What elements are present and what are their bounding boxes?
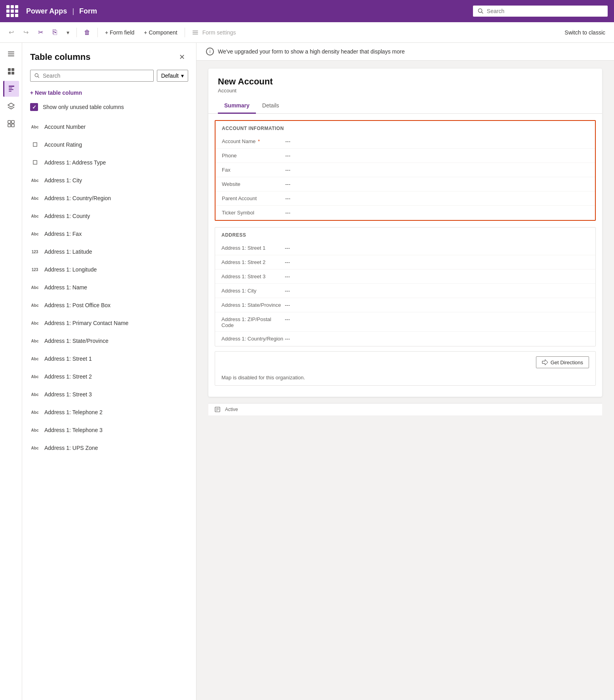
field-label: Address 1: Street 3 xyxy=(221,273,285,279)
svg-line-1 xyxy=(482,12,483,13)
address-header: ADDRESS xyxy=(215,228,595,241)
sidebar-form-button[interactable] xyxy=(3,81,19,97)
tab-details[interactable]: Details xyxy=(256,98,286,114)
field-label: Fax xyxy=(222,166,285,173)
sidebar-layers-button[interactable] xyxy=(3,98,19,114)
add-component-button[interactable]: + Component xyxy=(140,27,181,38)
column-name: Address 1: City xyxy=(44,177,82,184)
table-row: Address 1: Country/Region --- xyxy=(215,332,595,346)
column-name: Address 1: Country/Region xyxy=(44,195,111,201)
panel-search-input[interactable] xyxy=(43,73,149,79)
list-item[interactable]: Abc Address 1: UPS Zone xyxy=(22,439,196,457)
undo-icon: ↩ xyxy=(9,29,14,36)
get-directions-button[interactable]: Get Directions xyxy=(536,356,589,368)
expand-icon xyxy=(215,407,220,412)
svg-rect-10 xyxy=(8,72,11,75)
column-name: Address 1: County xyxy=(44,213,90,219)
list-item[interactable]: Abc Address 1: Telephone 2 xyxy=(22,404,196,421)
global-search-box[interactable] xyxy=(473,6,608,17)
panel-search-box[interactable] xyxy=(30,70,154,82)
separator-3 xyxy=(185,28,185,37)
svg-rect-19 xyxy=(11,124,14,127)
svg-rect-11 xyxy=(11,72,14,75)
form-inner: ACCOUNT INFORMATION Account Name * --- P… xyxy=(208,120,602,397)
waffle-icon[interactable] xyxy=(6,5,18,17)
sidebar-menu-button[interactable] xyxy=(3,46,19,62)
dashboard-icon xyxy=(7,67,15,75)
list-item[interactable]: Abc Address 1: Name xyxy=(22,279,196,296)
list-item[interactable]: Abc Address 1: County xyxy=(22,207,196,225)
list-item[interactable]: Abc Address 1: State/Province xyxy=(22,332,196,350)
table-row: Address 1: State/Province --- xyxy=(215,298,595,312)
switch-classic-button[interactable]: Switch to classic xyxy=(561,27,609,38)
address-section: ADDRESS Address 1: Street 1 --- Address … xyxy=(215,227,596,346)
column-type-icon: ☐ xyxy=(30,140,40,149)
account-info-section: ACCOUNT INFORMATION Account Name * --- P… xyxy=(215,120,596,221)
panel-close-button[interactable]: ✕ xyxy=(175,51,188,63)
list-item[interactable]: Abc Address 1: Post Office Box xyxy=(22,296,196,314)
column-type-icon: Abc xyxy=(30,336,40,346)
list-item[interactable]: 123 Address 1: Latitude xyxy=(22,243,196,261)
sidebar-dashboard-button[interactable] xyxy=(3,63,19,79)
list-item[interactable]: Abc Account Number xyxy=(22,118,196,136)
column-type-icon: 123 xyxy=(30,247,40,256)
column-name: Address 1: Telephone 3 xyxy=(44,427,103,433)
field-value: --- xyxy=(285,138,589,144)
search-input[interactable] xyxy=(487,8,603,14)
svg-marker-22 xyxy=(542,360,548,365)
column-name: Address 1: Fax xyxy=(44,231,82,237)
account-info-fields: Account Name * --- Phone --- Fax --- Web… xyxy=(215,134,595,220)
cut-button[interactable]: ✂ xyxy=(34,26,47,38)
top-bar: Power Apps | Form xyxy=(0,0,614,22)
svg-rect-14 xyxy=(9,89,13,90)
show-unused-checkbox[interactable] xyxy=(30,103,38,111)
list-item[interactable]: Abc Address 1: Fax xyxy=(22,225,196,243)
table-row: Address 1: Street 1 --- xyxy=(215,241,595,255)
list-item[interactable]: Abc Address 1: Street 1 xyxy=(22,350,196,368)
show-unused-label: Show only unused table columns xyxy=(43,104,124,110)
column-type-icon: ☐ xyxy=(30,158,40,167)
list-item[interactable]: Abc Address 1: Street 3 xyxy=(22,386,196,404)
field-label: Address 1: Country/Region xyxy=(221,335,285,342)
redo-button[interactable]: ↪ xyxy=(19,26,32,38)
list-item[interactable]: Abc Address 1: Primary Contact Name xyxy=(22,314,196,332)
table-row: Address 1: City --- xyxy=(215,284,595,298)
field-label: Account Name * xyxy=(222,138,285,144)
delete-button[interactable]: 🗑 xyxy=(80,27,94,38)
show-unused-row[interactable]: Show only unused table columns xyxy=(22,99,196,117)
table-row: Phone --- xyxy=(215,149,595,163)
form-settings-button[interactable]: Form settings xyxy=(188,27,240,38)
table-row: Address 1: Street 3 --- xyxy=(215,270,595,284)
list-item[interactable]: ☐ Address 1: Address Type xyxy=(22,154,196,172)
list-item[interactable]: ☐ Account Rating xyxy=(22,136,196,154)
list-item[interactable]: Abc Address 1: Telephone 3 xyxy=(22,421,196,439)
svg-rect-13 xyxy=(9,88,12,88)
list-item[interactable]: 123 Address 1: Longitude xyxy=(22,261,196,279)
column-name: Address 1: Latitude xyxy=(44,249,92,255)
list-item[interactable]: Abc Address 1: City xyxy=(22,172,196,189)
list-item[interactable]: Abc Address 1: Street 2 xyxy=(22,368,196,386)
sidebar-components-button[interactable] xyxy=(3,116,19,132)
directions-icon xyxy=(542,359,548,365)
dropdown-button[interactable]: ▾ xyxy=(63,27,73,38)
chevron-down-icon: ▾ xyxy=(67,29,69,36)
column-type-icon: Abc xyxy=(30,211,40,221)
undo-button[interactable]: ↩ xyxy=(5,26,18,38)
separator-2 xyxy=(97,28,98,37)
paste-button[interactable]: ⎘ xyxy=(49,26,61,39)
panel-dropdown[interactable]: Default ▾ xyxy=(157,70,188,82)
separator-1 xyxy=(76,28,77,37)
map-disabled-text: Map is disabled for this organization. xyxy=(221,375,589,381)
new-table-column-button[interactable]: + New table column xyxy=(22,86,196,99)
field-value: --- xyxy=(285,258,589,265)
add-form-field-button[interactable]: + Form field xyxy=(101,27,138,38)
form-subtitle: Account xyxy=(218,88,593,94)
form-settings-icon xyxy=(192,29,198,36)
column-type-icon: Abc xyxy=(30,229,40,239)
list-item[interactable]: Abc Address 1: Country/Region xyxy=(22,189,196,207)
tab-summary[interactable]: Summary xyxy=(218,98,256,114)
table-row: Account Name * --- xyxy=(215,134,595,149)
field-label: Address 1: ZIP/Postal Code xyxy=(221,316,285,328)
field-value: --- xyxy=(285,152,589,159)
info-icon: i xyxy=(206,48,214,55)
